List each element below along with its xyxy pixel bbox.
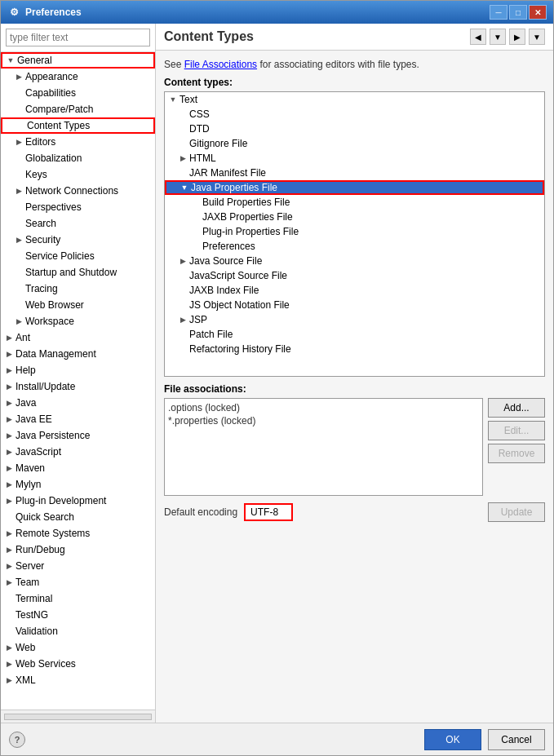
tree-item-maven[interactable]: ▶ Maven <box>1 460 155 476</box>
tree-label: Preferences <box>202 241 255 252</box>
content-tree-jar-manifest[interactable]: ▶ JAR Manifest File <box>165 166 544 180</box>
nav-dropdown2[interactable]: ▼ <box>529 29 545 45</box>
tree-item-javascript[interactable]: ▶ JavaScript <box>1 444 155 460</box>
arrow-icon: ▶ <box>4 414 14 424</box>
tree-label: Plug-in Development <box>16 495 106 506</box>
ok-button[interactable]: OK <box>424 729 481 750</box>
tree-item-workspace[interactable]: ▶ Workspace <box>1 313 155 329</box>
tree-item-web-services[interactable]: ▶ Web Services <box>1 656 155 672</box>
arrow-icon: ▶ <box>4 528 14 538</box>
content-tree-jaxb-index[interactable]: ▶ JAXB Index File <box>165 283 544 298</box>
file-list[interactable]: .options (locked) *.properties (locked) <box>164 398 483 496</box>
tree-label: Patch File <box>189 329 233 340</box>
tree-item-appearance[interactable]: ▶ Appearance <box>1 69 155 85</box>
content-tree-patch[interactable]: ▶ Patch File <box>165 327 544 342</box>
tree-item-team[interactable]: ▶ Team <box>1 574 155 590</box>
tree-item-remote-systems[interactable]: ▶ Remote Systems <box>1 525 155 542</box>
tree-item-startup[interactable]: ▶ Startup and Shutdow <box>1 264 155 281</box>
tree-item-editors[interactable]: ▶ Editors <box>1 134 155 150</box>
tree-item-content-types[interactable]: ▶ Content Types <box>1 117 155 134</box>
tree-item-run-debug[interactable]: ▶ Run/Debug <box>1 542 155 558</box>
tree-item-java[interactable]: ▶ Java <box>1 395 155 411</box>
content-tree-dtd[interactable]: ▶ DTD <box>165 122 544 136</box>
tree-item-tracing[interactable]: ▶ Tracing <box>1 281 155 297</box>
cancel-button[interactable]: Cancel <box>488 729 545 750</box>
tree-label: Java EE <box>16 413 52 425</box>
encoding-input[interactable] <box>244 503 293 521</box>
tree-item-perspectives[interactable]: ▶ Perspectives <box>1 199 155 215</box>
tree-item-xml[interactable]: ▶ XML <box>1 672 155 688</box>
add-button[interactable]: Add... <box>488 398 545 418</box>
maximize-button[interactable]: □ <box>509 5 527 20</box>
tree-item-terminal[interactable]: ▶ Terminal <box>1 590 155 607</box>
tree-item-java-persistence[interactable]: ▶ Java Persistence <box>1 427 155 444</box>
content-tree-text[interactable]: ▼ Text <box>165 92 544 107</box>
tree-label: Gitignore File <box>189 138 247 149</box>
content-tree-java-source[interactable]: ▶ Java Source File <box>165 254 544 268</box>
arrow-icon: ▶ <box>4 561 14 571</box>
tree-label: JS Object Notation File <box>189 299 290 311</box>
tree-label: Workspace <box>25 316 74 327</box>
tree-item-network[interactable]: ▶ Network Connections <box>1 183 155 199</box>
tree-item-web[interactable]: ▶ Web <box>1 639 155 656</box>
tree-item-service-policies[interactable]: ▶ Service Policies <box>1 248 155 264</box>
content-tree-jaxb-props[interactable]: ▶ JAXB Properties File <box>165 210 544 224</box>
content-tree-preferences[interactable]: ▶ Preferences <box>165 239 544 254</box>
tree-label: DTD <box>189 123 210 135</box>
tree-item-help[interactable]: ▶ Help <box>1 362 155 378</box>
tree-label: Compare/Patch <box>25 104 93 115</box>
help-button[interactable]: ? <box>9 732 25 748</box>
file-list-item: *.properties (locked) <box>168 415 479 427</box>
tree-item-mylyn[interactable]: ▶ Mylyn <box>1 476 155 493</box>
tree-item-validation[interactable]: ▶ Validation <box>1 623 155 639</box>
content-tree-html[interactable]: ▶ HTML <box>165 151 544 166</box>
arrow-icon: ▶ <box>178 256 188 266</box>
filter-input[interactable] <box>6 29 150 46</box>
arrow-icon: ▶ <box>4 577 14 587</box>
minimize-button[interactable]: ─ <box>490 5 507 20</box>
tree-item-keys[interactable]: ▶ Keys <box>1 166 155 183</box>
remove-button[interactable]: Remove <box>488 444 545 463</box>
tree-label: Security <box>25 234 60 245</box>
content-tree-java-properties[interactable]: ▼ Java Properties File <box>165 180 544 195</box>
tree-item-testng[interactable]: ▶ TestNG <box>1 607 155 623</box>
arrow-icon: ▶ <box>4 463 14 473</box>
back-button[interactable]: ◀ <box>470 29 486 45</box>
tree-item-capabilities[interactable]: ▶ Capabilities <box>1 85 155 101</box>
content-tree-build-props[interactable]: ▶ Build Properties File <box>165 195 544 210</box>
content-tree-json[interactable]: ▶ JS Object Notation File <box>165 298 544 312</box>
arrow-icon: ▶ <box>4 431 14 440</box>
content-tree-jsp[interactable]: ▶ JSP <box>165 312 544 327</box>
content-tree-css[interactable]: ▶ CSS <box>165 107 544 122</box>
content-tree-gitignore[interactable]: ▶ Gitignore File <box>165 136 544 151</box>
arrow-icon: ▶ <box>4 643 14 652</box>
tree-label: Validation <box>16 626 58 637</box>
title-bar: ⚙ Preferences ─ □ ✕ <box>1 1 553 24</box>
tree-item-web-browser[interactable]: ▶ Web Browser <box>1 297 155 313</box>
tree-item-quick-search[interactable]: ▶ Quick Search <box>1 509 155 525</box>
content-tree-refactoring[interactable]: ▶ Refactoring History File <box>165 342 544 356</box>
tree-item-server[interactable]: ▶ Server <box>1 558 155 574</box>
tree-item-general[interactable]: ▼ General <box>1 52 155 69</box>
update-button[interactable]: Update <box>488 502 545 522</box>
tree-item-security[interactable]: ▶ Security <box>1 232 155 248</box>
tree-label: Capabilities <box>25 87 76 99</box>
content-tree-js-source[interactable]: ▶ JavaScript Source File <box>165 268 544 283</box>
tree-item-ant[interactable]: ▶ Ant <box>1 329 155 346</box>
scroll-track[interactable] <box>4 714 152 720</box>
tree-item-install[interactable]: ▶ Install/Update <box>1 378 155 395</box>
tree-label: Keys <box>25 169 47 180</box>
file-associations-label: File associations: <box>164 383 545 395</box>
content-tree-plugin-props[interactable]: ▶ Plug-in Properties File <box>165 224 544 239</box>
tree-item-globalization[interactable]: ▶ Globalization <box>1 150 155 166</box>
tree-item-java-ee[interactable]: ▶ Java EE <box>1 411 155 427</box>
nav-dropdown[interactable]: ▼ <box>490 29 506 45</box>
tree-item-compare-patch[interactable]: ▶ Compare/Patch <box>1 101 155 117</box>
close-button[interactable]: ✕ <box>529 5 547 20</box>
tree-item-search[interactable]: ▶ Search <box>1 215 155 232</box>
file-associations-link[interactable]: File Associations <box>184 59 257 70</box>
edit-button[interactable]: Edit... <box>488 421 545 440</box>
forward-button[interactable]: ▶ <box>509 29 525 45</box>
tree-item-plugin-dev[interactable]: ▶ Plug-in Development <box>1 493 155 509</box>
tree-item-data-mgmt[interactable]: ▶ Data Management <box>1 346 155 362</box>
